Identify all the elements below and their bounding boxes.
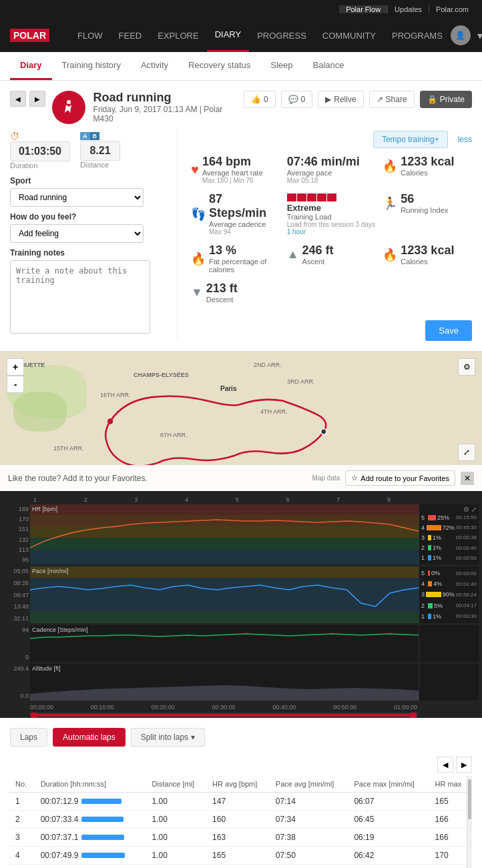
- nav-diary[interactable]: DIARY: [207, 19, 250, 52]
- tl-bar-2: [297, 193, 306, 201]
- top-bar-links: Polar Flow Updates Polar.com: [339, 5, 475, 13]
- hr-expand-icon[interactable]: ⤢: [471, 506, 477, 513]
- tab-recovery-status[interactable]: Recovery status: [178, 52, 260, 80]
- logo[interactable]: POLAR: [10, 29, 49, 42]
- pzone4-pct: 4%: [433, 580, 445, 587]
- tab-training-history[interactable]: Training history: [52, 52, 131, 80]
- close-overlay-btn[interactable]: ✕: [461, 472, 474, 485]
- laps-tab-laps[interactable]: Laps: [10, 728, 47, 747]
- map-expand-btn[interactable]: ⤢: [458, 444, 475, 461]
- tab-balance[interactable]: Balance: [303, 52, 354, 80]
- flame2-icon: 🔥: [383, 248, 397, 262]
- sport-select[interactable]: Road running: [10, 188, 144, 207]
- zoom-in-btn[interactable]: +: [7, 358, 24, 376]
- zone5-num: 5: [421, 514, 427, 521]
- map-data-label: Map data: [312, 474, 340, 482]
- pace-zone3-band: [30, 566, 419, 578]
- hr-value: 164 bpm: [202, 155, 263, 169]
- nav-progress[interactable]: PROGRESS: [249, 19, 314, 52]
- laps-table-wrapper: No. Duration [hh:mm:ss] Distance [mi] HR…: [10, 776, 472, 868]
- nav-feed[interactable]: FEED: [111, 19, 150, 52]
- share-icon: ↗: [377, 95, 383, 104]
- laps-scrollbar[interactable]: [467, 776, 472, 868]
- notes-textarea[interactable]: [10, 260, 150, 334]
- share-btn[interactable]: ↗ Share: [369, 91, 415, 108]
- hr-y-axis: 189 170 151 132 113 95: [3, 504, 30, 564]
- save-button[interactable]: Save: [425, 320, 472, 341]
- nav-programs[interactable]: PROGRAMS: [384, 19, 451, 52]
- altitude-chart-title: Altitude [ft]: [32, 665, 61, 672]
- cell-pace-avg: 07:50: [270, 847, 349, 865]
- cell-hr-avg: 160: [207, 811, 270, 829]
- cell-pace-max: 06:19: [348, 829, 429, 847]
- laps-next-btn[interactable]: ▶: [456, 757, 472, 773]
- private-btn[interactable]: 🔒 Private: [420, 91, 472, 108]
- zone4-bar: [427, 525, 441, 530]
- map-settings-btn[interactable]: ⚙: [458, 358, 475, 376]
- top-bar-polar-flow[interactable]: Polar Flow: [339, 5, 388, 13]
- pzone2-time: 00:04:17: [456, 602, 477, 608]
- zone3-num: 3: [421, 534, 427, 541]
- activity-title: Road running: [93, 91, 244, 105]
- svg-marker-3: [30, 685, 419, 701]
- ascent-stat: ▲ 246 ft Ascent: [287, 244, 377, 274]
- cell-duration: 00:07:37.1: [35, 829, 147, 847]
- tl-bar-1: [287, 193, 296, 201]
- chart-scrubber[interactable]: [30, 713, 417, 718]
- like-btn[interactable]: 👍 0: [244, 91, 276, 108]
- top-bar: Polar Flow Updates Polar.com: [0, 0, 482, 19]
- hr-zones-panel: ⚙ ⤢ 5 25% 00:15:50 4 72% 00:45:30 3 1% 0…: [419, 504, 479, 564]
- pace-chart-title: Pace [min/mi]: [32, 568, 69, 574]
- clock-icon: ⏱: [10, 131, 19, 141]
- scrubber-bar: [30, 714, 417, 717]
- top-bar-updates[interactable]: Updates: [388, 5, 429, 13]
- heart-icon: ♥: [191, 162, 199, 177]
- tab-diary[interactable]: Diary: [10, 52, 52, 80]
- tempo-training-btn[interactable]: Tempo training+: [373, 131, 448, 148]
- table-row: 1 00:07:12.9 1.00 147 07:14 06:07 165: [10, 793, 472, 811]
- hr-max-min: Max 180 | Min 76: [202, 177, 263, 184]
- main-header: POLAR FLOW FEED EXPLORE DIARY PROGRESS C…: [0, 19, 482, 52]
- zone5-time: 00:15:50: [456, 514, 477, 520]
- distance-value[interactable]: 8.21: [80, 141, 120, 161]
- cadence-line-svg: [30, 625, 419, 662]
- relive-btn[interactable]: ▶ Relive: [318, 91, 363, 108]
- zone2-bar: [428, 545, 431, 550]
- col-pace-avg: Pace avg [min/mi]: [270, 776, 349, 793]
- laps-scrollbar-thumb: [468, 779, 471, 819]
- tl-bar-4: [317, 193, 326, 201]
- pzone5-bar: [428, 570, 430, 576]
- duration-value[interactable]: 01:03:50: [10, 141, 70, 161]
- scrubber-left-handle[interactable]: [31, 713, 37, 718]
- col-pace-max: Pace max [min/mi]: [348, 776, 429, 793]
- zone3-pct: 1%: [433, 534, 445, 541]
- col-hr-max: HR max: [430, 776, 472, 793]
- nav-explore[interactable]: EXPLORE: [150, 19, 206, 52]
- next-activity-btn[interactable]: ▶: [29, 91, 45, 107]
- map-like-text: Like the route? Add it to your Favorites…: [8, 474, 148, 483]
- map-label-4th: 4TH ARR.: [260, 408, 288, 415]
- comment-btn[interactable]: 💬 0: [281, 91, 313, 108]
- tab-sleep[interactable]: Sleep: [260, 52, 302, 80]
- feeling-select[interactable]: Add feeling: [10, 224, 144, 243]
- zoom-out-btn[interactable]: -: [7, 376, 24, 393]
- hr-settings-icon[interactable]: ⚙: [463, 506, 469, 513]
- top-bar-polar-com[interactable]: Polar.com: [429, 5, 475, 13]
- laps-prev-btn[interactable]: ◀: [437, 757, 453, 773]
- nav-community[interactable]: COMMUNITY: [314, 19, 384, 52]
- less-link[interactable]: less: [458, 135, 472, 144]
- pace-zone5-row: 5 0% 00:00:00: [421, 570, 477, 576]
- prev-activity-btn[interactable]: ◀: [10, 91, 26, 107]
- nav-flow[interactable]: FLOW: [69, 19, 111, 52]
- avatar[interactable]: 👤: [451, 25, 471, 45]
- scrubber-right-handle[interactable]: [411, 713, 416, 718]
- laps-tab-automatic[interactable]: Automatic laps: [53, 728, 126, 747]
- tab-activity[interactable]: Activity: [131, 52, 178, 80]
- add-favorites-btn[interactable]: ☆ Add route to your Favorites: [345, 470, 455, 486]
- dropdown-icon[interactable]: ▾: [477, 29, 482, 42]
- cadence-max: Max 94: [209, 228, 280, 236]
- activity-nav: ◀ ▶: [10, 91, 45, 107]
- pace-zone4-row: 4 4% 00:01:40: [421, 580, 477, 587]
- hr-zone1-row: 1 1% 00:00:50: [421, 554, 477, 561]
- laps-tab-split[interactable]: Split into laps ▾: [131, 728, 205, 747]
